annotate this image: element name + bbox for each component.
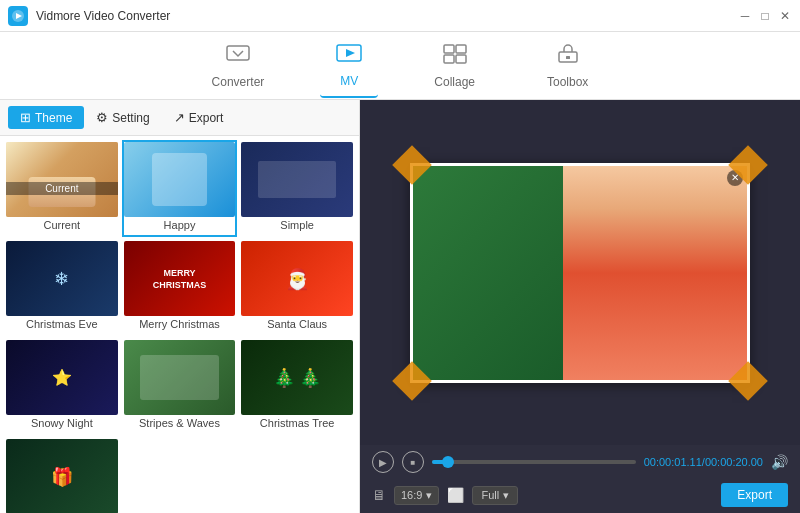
collage-icon — [442, 43, 468, 71]
window-controls: ─ □ ✕ — [738, 9, 792, 23]
svg-rect-5 — [444, 45, 454, 53]
export-sub-icon: ↗ — [174, 110, 185, 125]
theme-name-christmas-tree: Christmas Tree — [241, 415, 353, 433]
nav-toolbox[interactable]: Toolbox — [531, 35, 604, 97]
theme-item-beautiful-christmas[interactable]: 🎁 Beautiful Christmas — [4, 437, 120, 513]
progress-track[interactable] — [432, 460, 636, 464]
preview-area: ✕ — [360, 100, 800, 445]
minimize-button[interactable]: ─ — [738, 9, 752, 23]
theme-item-christmas-tree[interactable]: 🎄 🎄 Christmas Tree — [239, 338, 355, 435]
nav-bar: Converter MV Collage — [0, 32, 800, 100]
preview-frame: ✕ — [410, 163, 750, 383]
theme-thumb-snowy-night: ⭐ — [6, 340, 118, 415]
theme-thumb-christmas-tree: 🎄 🎄 — [241, 340, 353, 415]
monitor-icon: ⬜ — [447, 487, 464, 503]
nav-collage[interactable]: Collage — [418, 35, 491, 97]
theme-thumb-simple — [241, 142, 353, 217]
mv-label: MV — [340, 74, 358, 88]
progress-thumb — [442, 456, 454, 468]
svg-marker-4 — [346, 49, 355, 57]
theme-name-snowy-night: Snowy Night — [6, 415, 118, 433]
format-bar: 🖥 16:9 ▾ ⬜ Full ▾ Export — [360, 479, 800, 513]
theme-item-stripes-waves[interactable]: Stripes & Waves — [122, 338, 238, 435]
maximize-button[interactable]: □ — [758, 9, 772, 23]
export-sub-button[interactable]: ↗ Export — [162, 106, 236, 129]
mv-icon — [336, 42, 362, 70]
play-button[interactable]: ▶ — [372, 451, 394, 473]
theme-button[interactable]: ⊞ Theme — [8, 106, 84, 129]
theme-item-happy[interactable]: ✓ Happy — [122, 140, 238, 237]
current-label: Current — [6, 182, 118, 195]
svg-rect-2 — [227, 46, 249, 60]
theme-thumb-beautiful-christmas: 🎁 — [6, 439, 118, 513]
theme-thumb-happy — [124, 142, 236, 217]
theme-grid: Current Current ✓ Happy — [0, 136, 359, 513]
theme-thumb-christmas-eve: ❄ — [6, 241, 118, 316]
svg-rect-7 — [444, 55, 454, 63]
svg-rect-6 — [456, 45, 466, 53]
theme-item-snowy-night[interactable]: ⭐ Snowy Night — [4, 338, 120, 435]
app-logo — [8, 6, 28, 26]
theme-thumb-current: Current — [6, 142, 118, 217]
theme-name-merry-christmas: Merry Christmas — [124, 316, 236, 334]
converter-icon — [225, 43, 251, 71]
theme-name-happy: Happy — [124, 217, 236, 235]
main-content: ⊞ Theme ⚙ Setting ↗ Export Current — [0, 100, 800, 513]
theme-thumb-merry-christmas: MERRY CHRISTMAS — [124, 241, 236, 316]
app-title: Vidmore Video Converter — [36, 9, 738, 23]
sub-toolbar: ⊞ Theme ⚙ Setting ↗ Export — [0, 100, 359, 136]
stop-button[interactable]: ■ — [402, 451, 424, 473]
theme-icon: ⊞ — [20, 110, 31, 125]
aspect-ratio-select[interactable]: 16:9 ▾ — [394, 486, 439, 505]
format-select[interactable]: Full ▾ — [472, 486, 518, 505]
theme-name-christmas-eve: Christmas Eve — [6, 316, 118, 334]
export-button[interactable]: Export — [721, 483, 788, 507]
theme-item-simple[interactable]: Simple — [239, 140, 355, 237]
theme-item-santa-claus[interactable]: 🎅 Santa Claus — [239, 239, 355, 336]
theme-name-santa-claus: Santa Claus — [241, 316, 353, 334]
theme-name-stripes-waves: Stripes & Waves — [124, 415, 236, 433]
screen-icon: 🖥 — [372, 487, 386, 503]
format-chevron-icon: ▾ — [503, 489, 509, 502]
title-bar: Vidmore Video Converter ─ □ ✕ — [0, 0, 800, 32]
toolbox-label: Toolbox — [547, 75, 588, 89]
volume-icon[interactable]: 🔊 — [771, 454, 788, 470]
ratio-chevron-icon: ▾ — [426, 489, 432, 502]
nav-mv[interactable]: MV — [320, 34, 378, 98]
nav-converter[interactable]: Converter — [196, 35, 281, 97]
toolbox-icon — [555, 43, 581, 71]
svg-rect-8 — [456, 55, 466, 63]
theme-thumb-santa-claus: 🎅 — [241, 241, 353, 316]
theme-item-christmas-eve[interactable]: ❄ Christmas Eve — [4, 239, 120, 336]
setting-icon: ⚙ — [96, 110, 108, 125]
playback-bar: ▶ ■ 00:00:01.11/00:00:20.00 🔊 — [360, 445, 800, 479]
theme-thumb-stripes-waves — [124, 340, 236, 415]
right-panel: ✕ ▶ ■ 00:00:01.11/00:00:20.00 🔊 🖥 16:9 ▾ — [360, 100, 800, 513]
theme-item-current[interactable]: Current Current — [4, 140, 120, 237]
theme-name-current: Current — [6, 217, 118, 235]
close-button[interactable]: ✕ — [778, 9, 792, 23]
converter-label: Converter — [212, 75, 265, 89]
theme-name-simple: Simple — [241, 217, 353, 235]
time-display: 00:00:01.11/00:00:20.00 — [644, 456, 763, 468]
theme-item-merry-christmas[interactable]: MERRY CHRISTMAS Merry Christmas — [122, 239, 238, 336]
setting-button[interactable]: ⚙ Setting — [84, 106, 161, 129]
svg-rect-10 — [566, 56, 570, 59]
left-panel: ⊞ Theme ⚙ Setting ↗ Export Current — [0, 100, 360, 513]
collage-label: Collage — [434, 75, 475, 89]
